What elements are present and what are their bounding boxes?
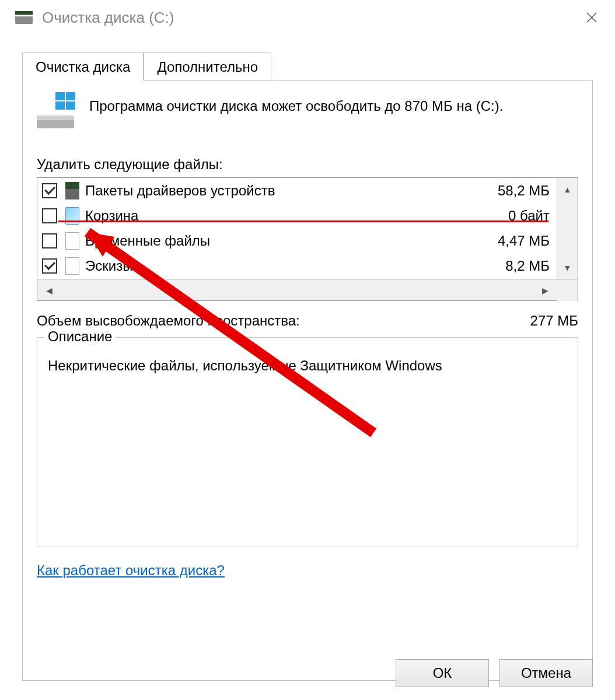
- scroll-right-icon[interactable]: ▶: [533, 286, 557, 295]
- file-list-item[interactable]: Временные файлы4,47 МБ: [37, 228, 557, 253]
- scroll-left-icon[interactable]: ◀: [37, 286, 61, 295]
- tab-cleanup[interactable]: Очистка диска: [22, 52, 144, 80]
- file-size: 58,2 МБ: [476, 183, 552, 199]
- file-list: Пакеты драйверов устройств58,2 МБКорзина…: [37, 177, 578, 301]
- info-row: Программа очистки диска может освободить…: [37, 96, 578, 128]
- file-size: 0 байт: [476, 208, 552, 224]
- drive-icon: [65, 182, 79, 200]
- file-size: 4,47 МБ: [476, 233, 552, 249]
- content-area: Очистка диска Дополнительно Программа оч…: [0, 35, 615, 681]
- file-checkbox[interactable]: [42, 233, 57, 249]
- vertical-scrollbar[interactable]: ▲ ▼: [557, 178, 578, 279]
- close-button[interactable]: [574, 0, 609, 35]
- files-to-delete-label: Удалить следующие файлы:: [37, 156, 578, 173]
- drive-icon: [37, 96, 74, 128]
- file-name: Пакеты драйверов устройств: [85, 183, 476, 199]
- file-checkbox[interactable]: [42, 258, 57, 274]
- file-checkbox[interactable]: [42, 183, 57, 198]
- info-text: Программа очистки диска может освободить…: [89, 96, 503, 116]
- dialog-button-bar: ОК Отмена: [396, 650, 615, 700]
- file-name: Временные файлы: [85, 233, 476, 249]
- ok-button[interactable]: ОК: [396, 659, 489, 687]
- description-group: Описание Некритические файлы, используем…: [37, 337, 578, 547]
- scroll-up-icon[interactable]: ▲: [557, 178, 578, 201]
- file-icon: [65, 257, 79, 275]
- file-name: Корзина: [85, 208, 476, 224]
- file-icon: [65, 232, 79, 250]
- file-list-item[interactable]: Эскизы8,2 МБ: [37, 253, 557, 278]
- file-checkbox[interactable]: [42, 208, 57, 223]
- tab-advanced[interactable]: Дополнительно: [144, 52, 271, 80]
- file-list-item[interactable]: Корзина0 байт: [37, 203, 557, 228]
- cancel-button[interactable]: Отмена: [499, 659, 593, 687]
- file-list-item[interactable]: Пакеты драйверов устройств58,2 МБ: [37, 178, 557, 203]
- titlebar: Очистка диска (C:): [0, 0, 615, 35]
- tab-bar: Очистка диска Дополнительно: [22, 52, 593, 80]
- disk-cleanup-window: Очистка диска (C:) Очистка диска Дополни…: [0, 0, 615, 700]
- description-text: Некритические файлы, используемые Защитн…: [48, 358, 567, 374]
- disk-cleanup-icon: [15, 9, 33, 26]
- cleanup-panel: Программа очистки диска может освободить…: [22, 80, 593, 681]
- file-name: Эскизы: [85, 258, 476, 274]
- help-link[interactable]: Как работает очистка диска?: [37, 562, 225, 579]
- close-icon: [586, 12, 597, 23]
- file-size: 8,2 МБ: [476, 258, 552, 274]
- description-legend: Описание: [44, 328, 116, 345]
- horizontal-scrollbar[interactable]: ◀ ▶: [37, 279, 578, 300]
- window-title: Очистка диска (C:): [42, 9, 574, 27]
- scroll-down-icon[interactable]: ▼: [557, 256, 578, 279]
- summary-value: 277 МБ: [530, 313, 578, 329]
- summary-row: Объем высвобождаемого пространства: 277 …: [37, 313, 578, 329]
- bin-icon: [65, 207, 79, 225]
- summary-label: Объем высвобождаемого пространства:: [37, 313, 300, 329]
